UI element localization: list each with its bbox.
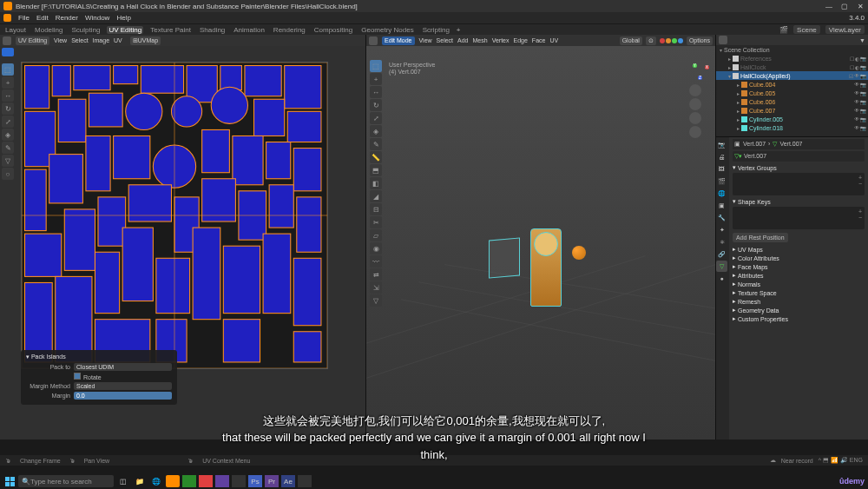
- taskbar-search[interactable]: 🔍 Type here to search: [18, 475, 114, 487]
- tab-constraint-icon[interactable]: 🔗: [716, 248, 727, 260]
- minimize-button[interactable]: —: [825, 3, 833, 10]
- uvmap-selector[interactable]: ⊞ UVMap: [130, 36, 161, 45]
- ws-sculpting[interactable]: Sculpting: [70, 26, 102, 34]
- tool-shrink-icon[interactable]: ⇲: [370, 281, 382, 294]
- tool-rotate-icon[interactable]: ↻: [2, 102, 14, 115]
- app-purple-icon[interactable]: [215, 475, 229, 487]
- section-face-maps[interactable]: ▸Face Maps: [733, 263, 865, 270]
- pan-icon[interactable]: [689, 98, 701, 110]
- section-vertex-groups[interactable]: ▾Vertex Groups: [733, 164, 865, 171]
- app-browser-icon[interactable]: 🌐: [149, 475, 163, 487]
- outliner-type-icon[interactable]: [719, 36, 727, 44]
- vp-menu-edge[interactable]: Edge: [514, 37, 528, 43]
- ws-animation[interactable]: Animation: [232, 26, 266, 34]
- app-explorer-icon[interactable]: 📁: [133, 475, 147, 487]
- pack-to-dropdown[interactable]: Closest UDIM: [74, 363, 172, 371]
- app-pr-icon[interactable]: Pr: [265, 475, 279, 487]
- tab-object-icon[interactable]: ▣: [716, 200, 727, 211]
- uv-sync-toggle[interactable]: [2, 48, 14, 56]
- tool-measure-icon[interactable]: 📏: [370, 151, 382, 163]
- ws-texture-paint[interactable]: Texture Paint: [148, 26, 193, 34]
- ws-shading[interactable]: Shading: [198, 26, 227, 34]
- section-remesh[interactable]: ▸Remesh: [733, 298, 865, 305]
- matprev-dot[interactable]: [678, 38, 683, 43]
- tab-output-icon[interactable]: 🖨: [716, 151, 727, 162]
- viewlayer-selector[interactable]: ViewLayer: [825, 25, 865, 34]
- app-generic-icon[interactable]: [298, 475, 312, 487]
- tool-polybuild-icon[interactable]: ▱: [370, 229, 382, 241]
- camera-icon[interactable]: [689, 112, 701, 124]
- uv-mode-dropdown[interactable]: UV Editing: [16, 36, 49, 45]
- uv-viewport[interactable]: ⬚ + ↔ ↻ ⤢ ◈ ✎ ▽ ○: [0, 46, 365, 439]
- menu-edit[interactable]: Edit: [36, 14, 49, 22]
- ws-uv-editing[interactable]: UV Editing: [107, 26, 143, 34]
- tab-particle-icon[interactable]: ✦: [716, 224, 727, 235]
- tab-render-icon[interactable]: 📷: [716, 139, 727, 150]
- tool-spin-icon[interactable]: ◉: [370, 242, 382, 254]
- outliner-item[interactable]: ▸Cube.007👁📷: [716, 106, 868, 115]
- tab-modifier-icon[interactable]: 🔧: [716, 212, 727, 223]
- vp-menu-mesh[interactable]: Mesh: [473, 37, 488, 43]
- rotate-checkbox[interactable]: [74, 373, 81, 380]
- ws-geometry-nodes[interactable]: Geometry Nodes: [359, 26, 415, 34]
- uv-menu-view[interactable]: View: [54, 37, 67, 43]
- add-workspace-button[interactable]: +: [457, 26, 461, 34]
- tool-transform-3d-icon[interactable]: ◈: [370, 125, 382, 137]
- section-uv-maps[interactable]: ▸UV Maps: [733, 246, 865, 253]
- section-attributes[interactable]: ▸Attributes: [733, 272, 865, 279]
- margin-method-dropdown[interactable]: Scaled: [74, 382, 172, 390]
- ws-modeling[interactable]: Modeling: [33, 26, 64, 34]
- outliner-item[interactable]: ▸Cube.005👁📷: [716, 89, 868, 97]
- tab-world-icon[interactable]: 🌐: [716, 188, 727, 199]
- editor-type-3d-icon[interactable]: [369, 36, 378, 45]
- ws-scripting[interactable]: Scripting: [421, 26, 451, 34]
- vp-menu-face[interactable]: Face: [532, 37, 546, 43]
- tool-rotate-3d-icon[interactable]: ↻: [370, 99, 382, 111]
- vp-menu-add[interactable]: Add: [457, 37, 468, 43]
- tab-view-icon[interactable]: 🖼: [716, 163, 727, 175]
- section-custom-properties[interactable]: ▸Custom Properties: [733, 315, 865, 322]
- tool-grab-icon[interactable]: ○: [2, 168, 14, 180]
- mode-dropdown[interactable]: Edit Mode: [382, 36, 415, 45]
- tool-scale-icon[interactable]: ⤢: [2, 116, 14, 128]
- menu-window[interactable]: Window: [85, 14, 109, 22]
- tool-transform-icon[interactable]: ◈: [2, 129, 14, 141]
- start-button[interactable]: [3, 475, 16, 487]
- orientation-dropdown[interactable]: Global: [620, 36, 642, 45]
- xray-dot[interactable]: [660, 38, 665, 43]
- wire-dot[interactable]: [666, 38, 671, 43]
- task-view-icon[interactable]: ◫: [116, 475, 130, 487]
- outliner-item[interactable]: ▸References☐◐📷: [716, 54, 868, 63]
- tool-select-box-icon[interactable]: ⬚: [370, 60, 382, 72]
- ws-layout[interactable]: Layout: [3, 26, 28, 34]
- vertex-groups-list[interactable]: +−: [733, 173, 865, 195]
- tool-loopcut-icon[interactable]: ⊟: [370, 203, 382, 215]
- tool-cursor-icon[interactable]: +: [2, 76, 14, 89]
- tool-select-icon[interactable]: ⬚: [2, 63, 14, 76]
- vp-menu-vertex[interactable]: Vertex: [492, 37, 510, 43]
- menu-render[interactable]: Render: [56, 14, 78, 22]
- tool-inset-icon[interactable]: ◧: [370, 177, 382, 189]
- app-blender-icon[interactable]: [166, 475, 180, 487]
- tool-rip-region-icon[interactable]: ▽: [370, 294, 382, 307]
- outliner-item[interactable]: ▸HallClock☐◐📷: [716, 63, 868, 71]
- app-green-icon[interactable]: [182, 475, 196, 487]
- tool-edge-slide-icon[interactable]: ⇄: [370, 268, 382, 281]
- tool-annotate-3d-icon[interactable]: ✎: [370, 138, 382, 150]
- tool-scale-3d-icon[interactable]: ⤢: [370, 112, 382, 124]
- tool-move-3d-icon[interactable]: ↔: [370, 86, 382, 98]
- uv-menu-uv[interactable]: UV: [114, 37, 122, 43]
- outliner-item[interactable]: ▸Cylinder.005👁📷: [716, 115, 868, 123]
- section-texture-space[interactable]: ▸Texture Space: [733, 289, 865, 296]
- solid-dot[interactable]: [672, 38, 677, 43]
- outliner-filter-icon[interactable]: ▼: [859, 37, 865, 43]
- vp-menu-uv[interactable]: UV: [549, 37, 558, 43]
- options-dropdown[interactable]: Options: [687, 36, 713, 45]
- section-color-attributes[interactable]: ▸Color Attributes: [733, 254, 865, 261]
- tool-cursor-3d-icon[interactable]: +: [370, 73, 382, 85]
- vp-menu-select[interactable]: Select: [437, 37, 453, 43]
- app-ae-icon[interactable]: Ae: [281, 475, 295, 487]
- menu-help[interactable]: Help: [116, 14, 130, 22]
- tool-knife-icon[interactable]: ✂: [370, 216, 382, 228]
- section-normals[interactable]: ▸Normals: [733, 281, 865, 287]
